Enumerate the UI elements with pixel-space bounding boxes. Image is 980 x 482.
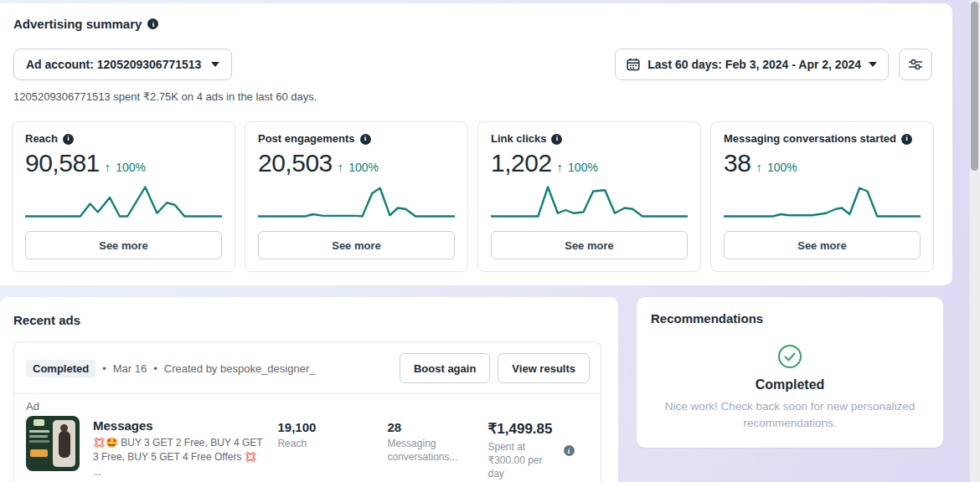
metric-change: 100% bbox=[116, 161, 146, 174]
see-more-button[interactable]: See more bbox=[724, 231, 921, 259]
advertising-summary-panel: Advertising summary i Ad account: 120520… bbox=[0, 3, 952, 285]
page-title-text: Advertising summary bbox=[13, 17, 142, 31]
date-range-label: Last 60 days: Feb 3, 2024 - Apr 2, 2024 bbox=[647, 58, 861, 71]
post-engagements-sparkline bbox=[258, 181, 455, 223]
metric-card-post-engagements: Post engagements i 20,503 ↑ 100% See mor… bbox=[245, 121, 468, 272]
recommendations-title: Recommendations bbox=[651, 311, 763, 326]
ad-type-label: Ad bbox=[26, 400, 601, 413]
ad-metric-spend: ₹1,499.85 Spent at ₹300.00 per day i bbox=[488, 416, 589, 481]
see-more-button[interactable]: See more bbox=[25, 231, 222, 259]
thumbnail-logo bbox=[34, 419, 44, 426]
view-results-button[interactable]: View results bbox=[498, 353, 590, 383]
trend-up-arrow-icon: ↑ bbox=[756, 160, 762, 174]
see-more-button[interactable]: See more bbox=[258, 231, 455, 259]
recent-ads-title: Recent ads bbox=[13, 313, 80, 327]
metric-cards-row: Reach i 90,581 ↑ 100% See more Post enga… bbox=[12, 121, 934, 272]
recommendations-panel: Recommendations Completed Nice work! Che… bbox=[637, 297, 943, 448]
metric-card-messaging-conversations: Messaging conversations started i 38 ↑ 1… bbox=[710, 121, 934, 272]
ad-created-by: Created by bespoke_designer_ bbox=[153, 362, 315, 375]
scrollbar-track[interactable] bbox=[969, 0, 980, 482]
metric-value: 38 bbox=[724, 149, 750, 177]
metric-title: Post engagements i bbox=[258, 133, 455, 145]
ad-account-label: Ad account: 1205209306771513 bbox=[26, 58, 201, 71]
sliders-icon bbox=[908, 58, 923, 71]
boost-again-button[interactable]: Boost again bbox=[400, 353, 490, 383]
status-badge: Completed bbox=[26, 360, 95, 377]
metric-title: Messaging conversations started i bbox=[724, 133, 921, 145]
link-clicks-sparkline bbox=[491, 181, 688, 223]
metric-value: 20,503 bbox=[258, 149, 333, 177]
ad-account-selector[interactable]: Ad account: 1205209306771513 bbox=[13, 49, 232, 80]
metric-value: 1,202 bbox=[491, 149, 552, 177]
trend-up-arrow-icon: ↑ bbox=[105, 160, 111, 174]
messaging-conversations-sparkline bbox=[724, 181, 921, 223]
check-circle-icon bbox=[777, 344, 802, 369]
trend-up-arrow-icon: ↑ bbox=[557, 160, 564, 174]
metric-card-link-clicks: Link clicks i 1,202 ↑ 100% See more bbox=[477, 121, 701, 272]
recent-ad-card: Completed Mar 16 Created by bespoke_desi… bbox=[13, 341, 601, 482]
metric-title: Link clicks i bbox=[491, 133, 688, 145]
metric-change: 100% bbox=[348, 161, 379, 174]
ad-metric-messaging: 28 Messaging conversations... bbox=[387, 416, 474, 464]
info-icon[interactable]: i bbox=[147, 18, 158, 29]
metric-change: 100% bbox=[767, 161, 797, 174]
metric-title: Reach i bbox=[25, 133, 222, 145]
ad-metric-reach: 19,100 Reach bbox=[277, 416, 374, 450]
metric-value: 90,581 bbox=[25, 149, 100, 177]
ad-thumbnail[interactable] bbox=[26, 416, 80, 471]
reach-sparkline bbox=[25, 181, 222, 223]
info-icon[interactable]: i bbox=[551, 134, 562, 145]
see-more-button[interactable]: See more bbox=[491, 231, 688, 259]
metric-card-reach: Reach i 90,581 ↑ 100% See more bbox=[12, 121, 235, 272]
page-title: Advertising summary i bbox=[13, 17, 158, 31]
date-range-selector[interactable]: Last 60 days: Feb 3, 2024 - Apr 2, 2024 bbox=[615, 49, 889, 80]
recent-ads-panel: Recent ads Completed Mar 16 Created by b… bbox=[0, 297, 618, 482]
calendar-icon bbox=[627, 58, 640, 71]
spend-summary-text: 1205209306771513 spent ₹2.75K on 4 ads i… bbox=[13, 90, 317, 103]
chevron-down-icon bbox=[869, 62, 877, 67]
trend-up-arrow-icon: ↑ bbox=[338, 160, 344, 174]
ad-date: Mar 16 bbox=[102, 362, 147, 375]
divider bbox=[14, 393, 601, 394]
ad-description: 💢🤩 BUY 3 GET 2 Free, BUY 4 GET 3 Free, B… bbox=[93, 436, 264, 479]
recommendations-message: Nice work! Check back soon for new perso… bbox=[652, 398, 928, 431]
info-icon[interactable]: i bbox=[63, 134, 74, 145]
metric-change: 100% bbox=[568, 161, 598, 174]
filters-button[interactable] bbox=[899, 49, 932, 80]
info-icon[interactable]: i bbox=[360, 134, 371, 145]
ad-name: Messages bbox=[93, 418, 264, 433]
chevron-down-icon bbox=[211, 62, 219, 67]
info-icon[interactable]: i bbox=[564, 445, 575, 456]
recommendations-status: Completed bbox=[637, 377, 943, 392]
scrollbar-thumb[interactable] bbox=[971, 2, 978, 171]
info-icon[interactable]: i bbox=[901, 134, 912, 145]
